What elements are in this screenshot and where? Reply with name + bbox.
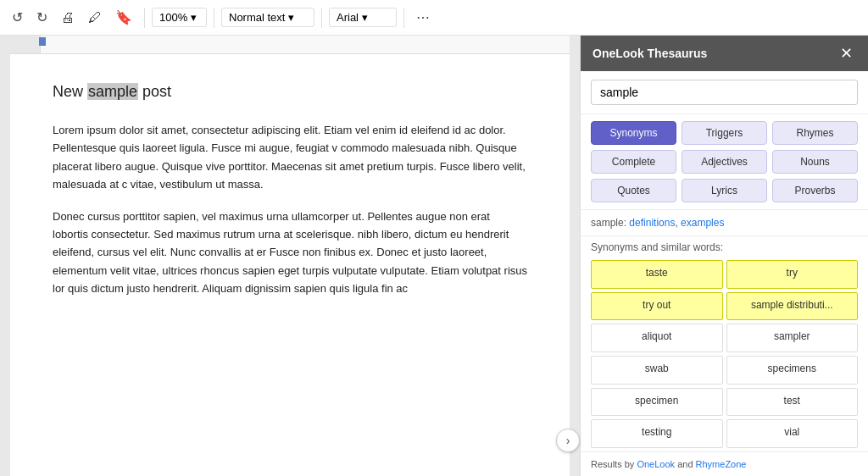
synonym-sample-distributi[interactable]: sample distributi...	[726, 292, 859, 321]
footer-onelook-link[interactable]: OneLook	[637, 459, 675, 469]
ruler: 1 2 3 4 5 6 7 8 9 10 11 12 13	[10, 36, 570, 54]
synonym-specimens[interactable]: specimens	[726, 356, 859, 385]
tab-synonyms[interactable]: Synonyms	[591, 121, 676, 145]
thesaurus-search-area	[581, 71, 868, 114]
tab-lyrics[interactable]: Lyrics	[682, 179, 767, 202]
font-arrow-icon: ▾	[362, 11, 368, 24]
document-area: 1 2 3 4 5 6 7 8 9 10 11 12 13 New sample…	[0, 36, 580, 476]
document-paragraph-2: Donec cursus porttitor sapien, vel maxim…	[53, 208, 527, 298]
document-heading: New sample post	[53, 80, 527, 104]
document-page: New sample post Lorem ipsum dolor sit am…	[10, 54, 570, 476]
style-dropdown[interactable]: Normal text ▾	[221, 8, 314, 27]
footer-results-text: Results by	[591, 459, 637, 469]
synonym-swab[interactable]: swab	[591, 356, 723, 385]
tab-triggers[interactable]: Triggers	[682, 121, 767, 145]
font-dropdown[interactable]: Arial ▾	[329, 8, 397, 27]
footer-rhymezone-link[interactable]: RhymeZone	[696, 459, 747, 469]
synonym-try[interactable]: try	[726, 260, 859, 289]
tab-complete[interactable]: Complete	[591, 150, 676, 174]
tab-adjectives[interactable]: Adjectives	[682, 150, 767, 174]
thesaurus-search-input[interactable]	[591, 80, 858, 105]
tab-nouns[interactable]: Nouns	[772, 150, 858, 174]
main: 1 2 3 4 5 6 7 8 9 10 11 12 13 New sample…	[0, 36, 868, 476]
info-word: sample:	[591, 217, 629, 229]
thesaurus-info: sample: definitions, examples	[581, 210, 868, 236]
thesaurus-header: OneLook Thesaurus ✕	[581, 36, 868, 71]
synonym-sampler[interactable]: sampler	[726, 324, 859, 352]
style-arrow-icon: ▾	[288, 11, 294, 24]
thesaurus-tabs: Synonyms Triggers Rhymes Complete Adject…	[581, 114, 868, 210]
bookmark-button[interactable]: 🔖	[110, 6, 137, 29]
synonym-specimen[interactable]: specimen	[591, 388, 723, 417]
separator-1	[144, 8, 145, 28]
undo-button[interactable]: ↺	[7, 6, 28, 29]
font-value: Arial	[337, 11, 359, 24]
toolbar: ↺ ↻ 🖨 🖊 🔖 100% ▾ Normal text ▾ Arial ▾ ⋯	[0, 0, 868, 36]
format-paint-button[interactable]: 🖊	[83, 7, 107, 29]
tab-quotes[interactable]: Quotes	[591, 179, 676, 202]
style-value: Normal text	[229, 11, 285, 24]
synonyms-grid: taste try try out sample distributi... a…	[581, 257, 868, 451]
separator-2	[214, 8, 214, 28]
redo-button[interactable]: ↻	[31, 6, 53, 29]
zoom-arrow-icon: ▾	[191, 11, 197, 24]
info-examples-link[interactable]: examples	[681, 217, 724, 229]
zoom-value: 100%	[159, 11, 187, 24]
info-definitions-link[interactable]: definitions	[629, 217, 675, 229]
synonyms-label: Synonyms and similar words:	[581, 236, 868, 257]
thesaurus-title: OneLook Thesaurus	[593, 47, 707, 60]
synonym-test[interactable]: test	[726, 388, 859, 417]
results-footer: Results by OneLook and RhymeZone	[581, 451, 868, 476]
synonym-aliquot[interactable]: aliquot	[591, 324, 723, 352]
synonym-taste[interactable]: taste	[591, 260, 723, 289]
synonym-testing[interactable]: testing	[591, 419, 723, 448]
separator-3	[321, 8, 322, 28]
tab-rhymes[interactable]: Rhymes	[772, 121, 858, 145]
zoom-dropdown[interactable]: 100% ▾	[152, 8, 207, 27]
separator-4	[403, 8, 404, 28]
more-button[interactable]: ⋯	[411, 6, 435, 29]
synonym-vial[interactable]: vial	[726, 419, 859, 448]
document-paragraph-1: Lorem ipsum dolor sit amet, consectetur …	[53, 121, 527, 194]
thesaurus-panel: OneLook Thesaurus ✕ Synonyms Triggers Rh…	[580, 36, 868, 476]
panel-collapse-button[interactable]: ›	[556, 429, 580, 452]
print-button[interactable]: 🖨	[56, 7, 80, 29]
highlighted-sample: sample	[87, 83, 138, 100]
tab-proverbs[interactable]: Proverbs	[772, 179, 858, 202]
footer-and-text: and	[677, 459, 695, 469]
synonym-try-out[interactable]: try out	[591, 292, 723, 321]
thesaurus-close-button[interactable]: ✕	[837, 44, 856, 63]
